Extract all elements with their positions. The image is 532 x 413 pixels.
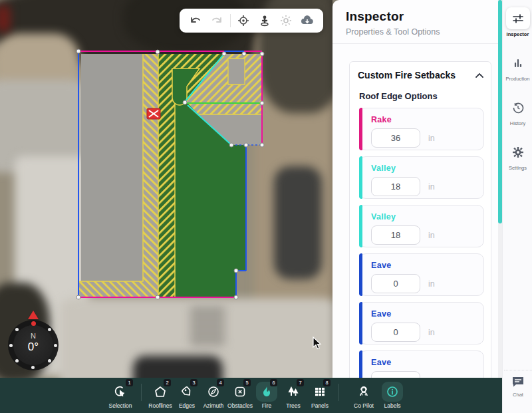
compass-dot	[31, 366, 35, 369]
rail-label: Settings	[509, 165, 527, 171]
field-label: Rake	[371, 115, 483, 124]
rail-item-chat[interactable]: Chat	[504, 370, 532, 398]
setback-field-eave-2: Eave in	[359, 302, 484, 344]
setback-field-eave-1: Eave in	[359, 253, 484, 296]
field-label: Eave	[371, 261, 483, 270]
tool-label: Co Pilot	[354, 402, 374, 409]
toolbar-divider	[230, 14, 231, 27]
rail-item-history[interactable]: History	[503, 96, 532, 126]
cloud-download-button[interactable]	[299, 13, 315, 29]
field-label: Eave	[371, 358, 483, 367]
tool-fire[interactable]: 6 Fire	[253, 382, 280, 409]
toolbar-divider	[141, 384, 142, 401]
rake-value-input[interactable]	[371, 128, 420, 148]
undo-button[interactable]	[188, 13, 203, 29]
rail-item-production[interactable]: Production	[503, 52, 532, 82]
tool-label: Labels	[384, 402, 400, 409]
eave-accent	[359, 302, 362, 344]
valley-value-input[interactable]	[371, 177, 420, 196]
eave-value-input[interactable]	[371, 371, 420, 378]
compass-dot	[48, 359, 51, 362]
mouse-cursor	[311, 337, 323, 351]
shortcut-badge: 7	[297, 379, 304, 386]
sun-button[interactable]	[278, 13, 294, 29]
chat-bubble-icon	[511, 376, 525, 388]
section-header[interactable]: Custom Fire Setbacks	[358, 70, 484, 80]
eave-value-input[interactable]	[371, 274, 420, 293]
group-title: Roof Edge Options	[359, 91, 484, 101]
map-toolbar	[180, 9, 323, 33]
undo-icon	[189, 14, 202, 27]
flame-icon	[259, 384, 274, 399]
roof-face-grey-small[interactable]	[228, 59, 245, 84]
custom-fire-setbacks-section: Custom Fire Setbacks Roof Edge Options R…	[349, 61, 491, 378]
redo-button[interactable]	[209, 13, 225, 29]
tag-icon	[180, 384, 194, 399]
tool-label: Edges	[179, 402, 195, 409]
grid-icon	[313, 384, 327, 399]
satellite-map-canvas[interactable]: N 0°	[0, 0, 332, 413]
obstacle-marker-icon[interactable]	[147, 108, 160, 119]
sliders-icon	[512, 13, 524, 25]
page-subtitle: Properties & Tool Options	[346, 27, 499, 37]
field-unit: in	[428, 134, 435, 143]
tool-rooflines[interactable]: 2 Rooflines	[147, 382, 174, 409]
box-x-icon	[233, 384, 247, 399]
tool-label: Trees	[286, 402, 300, 409]
rake-accent	[359, 108, 362, 150]
rail-label: History	[510, 120, 525, 126]
valley-accent	[359, 205, 362, 247]
tool-label: Fire	[262, 402, 272, 409]
setback-field-valley-2: Valley in	[359, 205, 484, 247]
history-clock-icon	[512, 102, 524, 114]
shortcut-badge: 1	[126, 379, 133, 386]
compass-dot	[48, 328, 51, 331]
tool-labels[interactable]: Labels	[379, 382, 406, 409]
tool-trees[interactable]: 7 Trees	[280, 382, 307, 409]
tool-label: Obstacles	[227, 402, 253, 409]
right-nav-rail: Inspector Production History	[502, 0, 532, 413]
north-arrow-icon	[28, 311, 39, 319]
compass-dot	[15, 328, 19, 331]
setback-field-valley-1: Valley in	[359, 156, 484, 199]
field-label: Eave	[371, 309, 483, 319]
field-unit: in	[428, 182, 435, 192]
field-unit: in	[428, 328, 435, 337]
solar-design-app: N 0° Inspector Properties & Tool Options…	[0, 0, 532, 413]
bar-chart-icon	[512, 57, 524, 69]
rail-item-settings[interactable]: Settings	[503, 141, 532, 171]
valley-value-input[interactable]	[371, 225, 420, 245]
bottom-toolbar: 1 Selection 2 Rooflines 3	[0, 378, 502, 413]
page-title: Inspector	[346, 9, 499, 24]
street-view-button[interactable]	[257, 13, 273, 29]
locate-icon	[237, 14, 250, 27]
tool-azimuth[interactable]: 4 Azimuth	[200, 382, 227, 409]
trees-icon	[286, 384, 301, 399]
roof-face-grey[interactable]	[81, 54, 143, 281]
eave-accent	[359, 253, 362, 296]
cursor-select-icon	[113, 384, 128, 399]
tool-edges[interactable]: 3 Edges	[174, 382, 200, 409]
compass-widget[interactable]: N 0°	[8, 320, 59, 370]
compass-north-label: N	[8, 332, 59, 340]
tool-obstacles[interactable]: 5 Obstacles	[227, 382, 253, 409]
compass-heading: 0°	[8, 341, 59, 354]
tool-label: Azimuth	[203, 402, 224, 409]
shortcut-badge: 2	[164, 379, 171, 386]
tool-label: Panels	[311, 402, 329, 409]
eave-value-input[interactable]	[371, 323, 420, 342]
redo-icon	[210, 14, 223, 27]
shortcut-badge: 5	[243, 379, 251, 386]
tool-selection[interactable]: 1 Selection	[105, 382, 136, 409]
copilot-person-icon	[356, 384, 371, 399]
sun-icon	[279, 14, 293, 27]
ridge-setback-hatch[interactable]	[188, 103, 262, 114]
chevron-up-icon[interactable]	[475, 72, 484, 78]
tool-co-pilot[interactable]: Co Pilot	[348, 382, 379, 409]
rail-item-inspector[interactable]: Inspector	[503, 7, 532, 37]
cloud-download-icon	[300, 14, 315, 27]
info-circle-icon	[385, 384, 400, 399]
rail-label: Production	[506, 76, 530, 82]
tool-panels[interactable]: 8 Panels	[307, 382, 333, 409]
locate-button[interactable]	[235, 13, 251, 29]
